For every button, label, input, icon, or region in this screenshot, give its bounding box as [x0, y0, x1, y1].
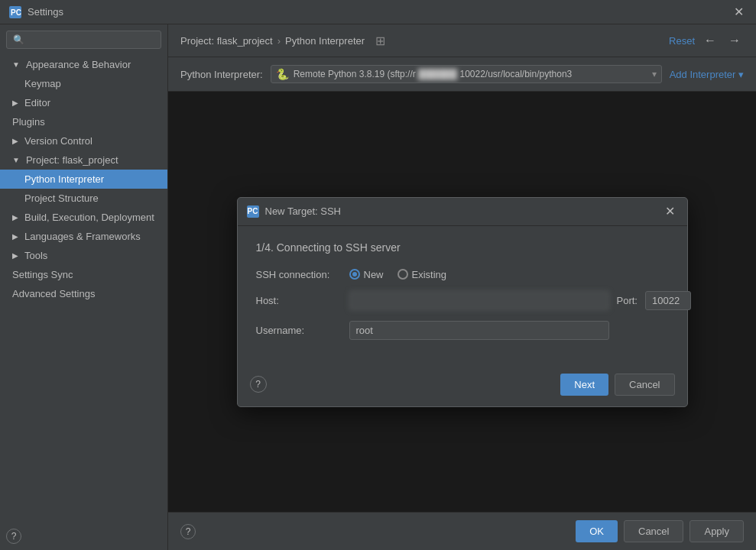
sidebar-item-languages-frameworks[interactable]: ▶ Languages & Frameworks [0, 227, 167, 246]
main-panel: Project: flask_project › Python Interpre… [168, 24, 756, 550]
sidebar-item-editor[interactable]: ▶ Editor [0, 93, 167, 112]
sidebar-item-label: Plugins [12, 116, 45, 128]
arrow-icon: ▶ [12, 213, 18, 222]
sidebar-item-keymap[interactable]: Keymap [0, 74, 167, 93]
sidebar-item-label: Project: flask_project [26, 154, 118, 166]
port-label: Port: [617, 295, 638, 306]
dialog-close-button[interactable]: ✕ [662, 204, 678, 219]
host-input[interactable] [349, 291, 609, 310]
bottom-bar: ? OK Cancel Apply [168, 512, 756, 550]
main-header: Project: flask_project › Python Interpre… [168, 24, 756, 57]
arrow-icon: ▼ [12, 60, 20, 69]
host-row: Host: Port: [256, 291, 669, 310]
sidebar-item-project-structure[interactable]: Project Structure [0, 189, 167, 208]
dialog-cancel-button[interactable]: Cancel [615, 374, 674, 396]
sidebar: ▼ Appearance & Behavior Keymap ▶ Editor … [0, 24, 168, 550]
content-area: ▼ Appearance & Behavior Keymap ▶ Editor … [0, 24, 756, 550]
interpreter-blurred: ██████ [418, 69, 457, 79]
breadcrumb-project: Project: flask_project [180, 35, 273, 47]
sidebar-item-label: Project Structure [24, 192, 99, 204]
radio-new-circle [349, 269, 360, 280]
sidebar-item-plugins[interactable]: Plugins [0, 112, 167, 131]
interpreter-value: Remote Python 3.8.19 (sftp://r ██████ 10… [294, 69, 573, 79]
main-content: PC New Target: SSH ✕ 1/4. Connecting to … [168, 92, 756, 512]
sidebar-bottom: ? [0, 522, 167, 550]
interpreter-select[interactable]: 🐍 Remote Python 3.8.19 (sftp://r ██████ … [271, 65, 662, 83]
window-title: Settings [28, 6, 731, 18]
sidebar-item-label: Build, Execution, Deployment [24, 212, 154, 223]
cancel-button[interactable]: Cancel [624, 520, 683, 542]
dialog-title-bar: PC New Target: SSH ✕ [238, 198, 687, 226]
username-label: Username: [256, 325, 340, 336]
dialog-overlay: PC New Target: SSH ✕ 1/4. Connecting to … [168, 92, 756, 512]
add-interpreter-button[interactable]: Add Interpreter ▾ [670, 69, 744, 80]
sidebar-item-project-flask[interactable]: ▼ Project: flask_project [0, 150, 167, 170]
search-input[interactable] [6, 31, 161, 49]
sidebar-item-label: Editor [24, 97, 50, 108]
radio-existing-label: Existing [412, 269, 447, 280]
arrow-icon: ▶ [12, 232, 18, 241]
header-actions: Reset ← → [669, 32, 744, 49]
link-icon: ⊞ [375, 34, 385, 48]
username-input[interactable] [349, 321, 609, 340]
port-input[interactable] [645, 291, 691, 310]
sidebar-item-build-execution[interactable]: ▶ Build, Execution, Deployment [0, 208, 167, 227]
sidebar-item-tools[interactable]: ▶ Tools [0, 246, 167, 265]
apply-button[interactable]: Apply [689, 520, 744, 542]
ok-button[interactable]: OK [576, 520, 618, 542]
sidebar-item-label: Tools [24, 250, 47, 261]
radio-new-label: New [364, 269, 384, 280]
radio-new-option[interactable]: New [349, 269, 384, 280]
sidebar-item-label: Settings Sync [12, 269, 73, 280]
radio-group: New Existing [349, 269, 447, 280]
sidebar-item-settings-sync[interactable]: Settings Sync [0, 265, 167, 284]
radio-existing-circle [397, 269, 408, 280]
host-label: Host: [256, 295, 340, 306]
sidebar-item-label: Languages & Frameworks [24, 231, 141, 242]
title-bar: PC Settings ✕ [0, 0, 756, 24]
ssh-dialog: PC New Target: SSH ✕ 1/4. Connecting to … [237, 197, 688, 407]
interpreter-label: Python Interpreter: [180, 69, 263, 80]
arrow-icon: ▶ [12, 99, 18, 107]
dialog-body: 1/4. Connecting to SSH server SSH connec… [238, 226, 687, 366]
dialog-footer-right: Next Cancel [560, 374, 674, 396]
connection-label: SSH connection: [256, 269, 340, 280]
next-button[interactable]: Next [560, 374, 608, 396]
forward-button[interactable]: → [725, 32, 744, 49]
window-close-button[interactable]: ✕ [731, 3, 747, 21]
interpreter-select-inner: 🐍 Remote Python 3.8.19 (sftp://r ██████ … [276, 68, 573, 80]
sidebar-help-button[interactable]: ? [6, 529, 21, 544]
breadcrumb-current: Python Interpreter [285, 35, 365, 47]
interpreter-row: Python Interpreter: 🐍 Remote Python 3.8.… [168, 57, 756, 92]
app-icon: PC [9, 6, 21, 18]
sidebar-item-label: Version Control [24, 135, 92, 147]
sidebar-item-advanced-settings[interactable]: Advanced Settings [0, 284, 167, 303]
chevron-down-icon: ▾ [652, 69, 657, 79]
sidebar-item-appearance-behavior[interactable]: ▼ Appearance & Behavior [0, 55, 167, 74]
python-icon: 🐍 [276, 68, 289, 80]
dialog-footer: ? Next Cancel [238, 366, 687, 406]
reset-button[interactable]: Reset [669, 35, 695, 47]
main-help-button[interactable]: ? [180, 524, 196, 539]
sidebar-item-label: Python Interpreter [24, 173, 104, 185]
sidebar-item-version-control[interactable]: ▶ Version Control [0, 131, 167, 150]
host-input-group: Port: [349, 291, 691, 310]
username-row: Username: [256, 321, 669, 340]
dialog-icon: PC [247, 205, 259, 218]
settings-window: PC Settings ✕ ▼ Appearance & Behavior Ke… [0, 0, 756, 550]
arrow-icon: ▼ [12, 156, 20, 164]
dialog-step: 1/4. Connecting to SSH server [256, 241, 669, 254]
bottom-right-buttons: OK Cancel Apply [576, 520, 744, 542]
arrow-icon: ▶ [12, 251, 18, 260]
sidebar-item-python-interpreter[interactable]: Python Interpreter [0, 170, 167, 189]
sidebar-item-label: Advanced Settings [12, 288, 95, 299]
dialog-help-button[interactable]: ? [250, 376, 267, 393]
svg-text:PC: PC [11, 8, 21, 17]
radio-existing-option[interactable]: Existing [397, 269, 447, 280]
arrow-icon: ▶ [12, 137, 18, 145]
dialog-title: New Target: SSH [265, 205, 656, 217]
back-button[interactable]: ← [701, 32, 719, 49]
breadcrumb: Project: flask_project › Python Interpre… [180, 34, 663, 48]
sidebar-item-label: Appearance & Behavior [26, 59, 131, 70]
breadcrumb-arrow: › [277, 35, 281, 47]
